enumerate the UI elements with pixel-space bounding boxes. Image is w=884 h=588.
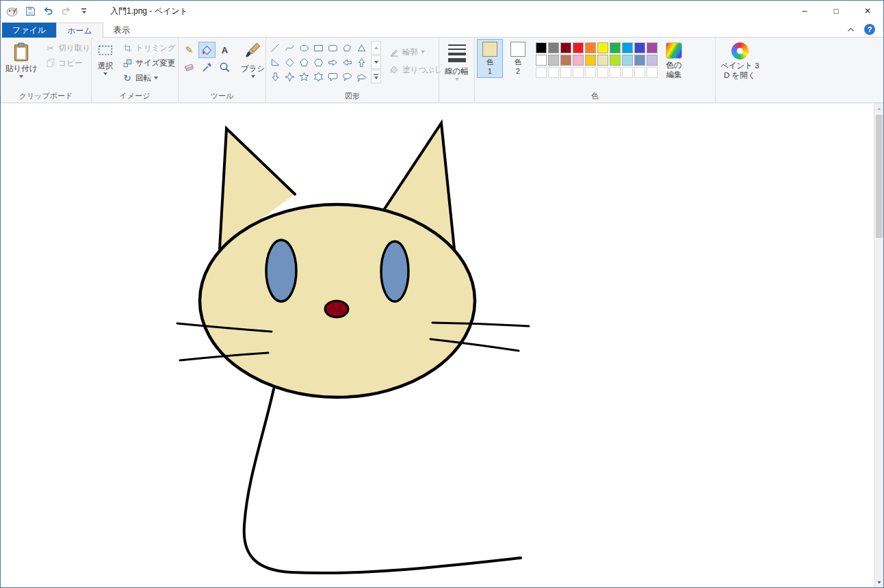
tab-file[interactable]: ファイル bbox=[2, 23, 56, 38]
line-width-button[interactable]: 線の幅 bbox=[441, 39, 472, 82]
shape-right-triangle[interactable] bbox=[268, 55, 283, 70]
palette-swatch[interactable] bbox=[622, 55, 633, 66]
minimize-button[interactable]: – bbox=[789, 1, 820, 21]
scroll-up-button[interactable] bbox=[874, 103, 884, 113]
palette-swatch[interactable] bbox=[647, 55, 658, 66]
paint-app-icon bbox=[6, 5, 18, 17]
close-button[interactable]: ✕ bbox=[852, 1, 883, 21]
shape-diamond[interactable] bbox=[283, 55, 297, 70]
shape-oval-callout[interactable] bbox=[340, 70, 354, 84]
cut-label: 切り取り bbox=[59, 43, 91, 53]
pencil-tool-button[interactable]: ✎ bbox=[181, 42, 198, 58]
save-button[interactable] bbox=[22, 3, 39, 18]
palette-swatch-empty[interactable] bbox=[560, 67, 571, 78]
shape-triangle[interactable] bbox=[354, 41, 369, 55]
palette-swatch[interactable] bbox=[548, 55, 559, 66]
palette-swatch[interactable] bbox=[548, 42, 559, 53]
shape-polygon[interactable] bbox=[340, 41, 354, 55]
resize-button[interactable]: サイズ変更 bbox=[119, 55, 179, 70]
palette-swatch[interactable] bbox=[622, 42, 633, 53]
open-paint3d-button[interactable]: ペイント 3 D を開く bbox=[718, 39, 762, 82]
shape-five-point-star[interactable] bbox=[297, 70, 311, 84]
palette-swatch[interactable] bbox=[560, 42, 571, 53]
outline-dropdown-icon bbox=[421, 51, 425, 53]
shape-rounded-callout[interactable] bbox=[326, 70, 340, 84]
maximize-button[interactable]: □ bbox=[820, 1, 852, 21]
redo-button[interactable] bbox=[57, 3, 75, 18]
palette-swatch-empty[interactable] bbox=[597, 67, 608, 78]
palette-swatch[interactable] bbox=[585, 55, 596, 66]
scrollbar-thumb[interactable] bbox=[876, 115, 883, 238]
window-title: 入門1.png - ペイント bbox=[110, 5, 188, 17]
palette-swatch-empty[interactable] bbox=[585, 67, 596, 78]
palette-swatch-empty[interactable] bbox=[634, 67, 645, 78]
shapes-scroll-down-button[interactable] bbox=[371, 55, 381, 69]
shape-line[interactable] bbox=[268, 41, 283, 55]
shape-four-point-star[interactable] bbox=[283, 70, 297, 84]
cut-button[interactable]: ✂ 切り取り bbox=[42, 40, 94, 55]
shape-arrow-up[interactable] bbox=[354, 55, 369, 70]
tab-home[interactable]: ホーム bbox=[56, 23, 103, 38]
palette-swatch-empty[interactable] bbox=[548, 67, 559, 78]
tools-grid: ✎ A bbox=[181, 42, 233, 75]
palette-swatch[interactable] bbox=[573, 42, 584, 53]
tab-view[interactable]: 表示 bbox=[103, 23, 140, 38]
help-button[interactable]: ? bbox=[864, 24, 875, 35]
text-tool-button[interactable]: A bbox=[216, 42, 233, 58]
color-picker-tool-button[interactable] bbox=[198, 59, 216, 75]
ribbon: 貼り付け ✂ 切り取り コピー クリップボード bbox=[1, 37, 883, 103]
shape-hexagon[interactable] bbox=[311, 55, 326, 70]
palette-swatch-empty[interactable] bbox=[610, 67, 621, 78]
brushes-label: ブラシ bbox=[241, 64, 265, 74]
palette-swatch-empty[interactable] bbox=[573, 67, 584, 78]
shape-six-point-star[interactable] bbox=[311, 70, 326, 84]
eraser-tool-button[interactable] bbox=[181, 59, 198, 75]
shape-rectangle[interactable] bbox=[311, 41, 326, 55]
color1-button[interactable]: 色 1 bbox=[477, 39, 503, 78]
shape-arrow-left[interactable] bbox=[340, 55, 354, 70]
scroll-down-button[interactable] bbox=[874, 577, 884, 587]
palette-swatch[interactable] bbox=[585, 42, 596, 53]
edit-colors-button[interactable]: 色の 編集 bbox=[663, 39, 685, 81]
canvas[interactable] bbox=[1, 103, 874, 587]
palette-swatch-empty[interactable] bbox=[647, 67, 658, 78]
palette-swatch[interactable] bbox=[573, 55, 584, 66]
shape-arrow-down[interactable] bbox=[268, 70, 283, 84]
shape-pentagon[interactable] bbox=[297, 55, 311, 70]
shapes-more-button[interactable] bbox=[371, 70, 381, 83]
fill-tool-button[interactable] bbox=[198, 42, 216, 58]
palette-swatch-empty[interactable] bbox=[536, 67, 547, 78]
palette-swatch[interactable] bbox=[610, 42, 621, 53]
paste-button[interactable]: 貼り付け bbox=[3, 39, 40, 79]
palette-swatch[interactable] bbox=[597, 55, 608, 66]
palette-swatch-empty[interactable] bbox=[622, 67, 633, 78]
palette-swatch[interactable] bbox=[634, 55, 645, 66]
shape-oval[interactable] bbox=[297, 41, 311, 55]
brushes-button[interactable]: ブラシ bbox=[238, 39, 268, 79]
rotate-button[interactable]: ↻ 回転 bbox=[119, 70, 179, 85]
magnifier-tool-button[interactable] bbox=[216, 59, 233, 75]
palette-swatch[interactable] bbox=[536, 42, 547, 53]
color2-button[interactable]: 色 2 bbox=[505, 39, 531, 78]
shapes-scroll-up-button[interactable] bbox=[371, 41, 381, 55]
collapse-ribbon-icon[interactable] bbox=[847, 27, 855, 32]
copy-button[interactable]: コピー bbox=[42, 55, 94, 70]
palette-swatch[interactable] bbox=[634, 42, 645, 53]
shape-curve[interactable] bbox=[283, 41, 297, 55]
resize-icon bbox=[122, 57, 133, 68]
qat-customize-button[interactable] bbox=[75, 3, 92, 18]
palette-swatch[interactable] bbox=[560, 55, 571, 66]
select-button[interactable]: 選択 bbox=[94, 39, 117, 77]
shape-rounded-rectangle[interactable] bbox=[326, 41, 340, 55]
customize-qat-icon bbox=[81, 8, 86, 14]
palette-swatch[interactable] bbox=[597, 42, 608, 53]
crop-button[interactable]: トリミング bbox=[119, 40, 179, 55]
palette-swatch[interactable] bbox=[536, 55, 547, 66]
undo-button[interactable] bbox=[40, 3, 57, 18]
palette-swatch[interactable] bbox=[647, 42, 658, 53]
eraser-icon bbox=[183, 62, 195, 73]
shape-arrow-right[interactable] bbox=[326, 55, 340, 70]
shape-cloud-callout[interactable] bbox=[354, 70, 369, 84]
vertical-scrollbar[interactable] bbox=[874, 103, 883, 587]
palette-swatch[interactable] bbox=[610, 55, 621, 66]
